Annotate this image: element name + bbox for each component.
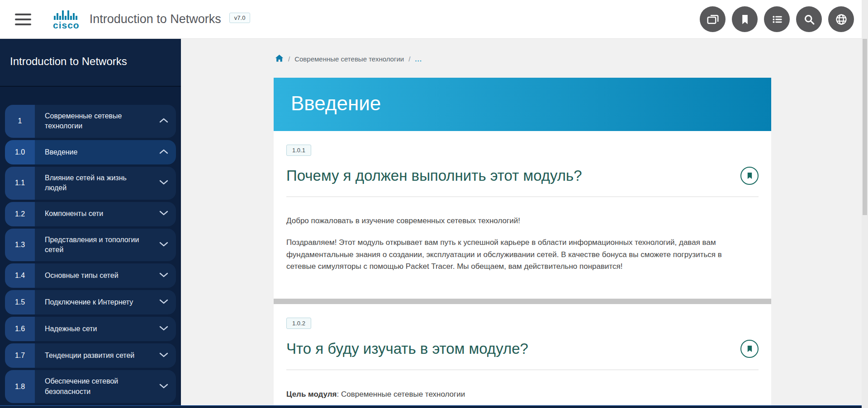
bookmark-topic-button[interactable] [740, 167, 759, 185]
sidebar-item-1-0[interactable]: 1.0 Введение [5, 140, 176, 164]
bookmark-icon[interactable] [732, 6, 758, 32]
header-actions [700, 6, 854, 32]
list-icon[interactable] [764, 6, 790, 32]
chevron-down-icon [159, 297, 169, 307]
module-goal-text: : Современные сетевые технологии [337, 390, 465, 399]
sidebar-item-1-1[interactable]: 1.1 Влияние сетей на жизнь людей [5, 167, 176, 200]
item-label: Современные сетевые технологии [45, 111, 147, 131]
heading-divider [286, 370, 759, 370]
chevron-up-icon [159, 116, 169, 126]
item-number: 1.7 [5, 343, 35, 368]
breadcrumb-module-link[interactable]: Современные сетевые технологии [294, 55, 404, 63]
paragraph: Добро пожаловать в изучение современных … [286, 215, 759, 227]
item-number: 1.4 [5, 263, 35, 288]
heading-divider [286, 197, 759, 197]
version-badge: v7.0 [229, 13, 251, 23]
topic-heading: Что я буду изучать в этом модуле? [286, 340, 528, 357]
sidebar-item-1-5[interactable]: 1.5 Подключение к Интернету [5, 290, 176, 314]
sidebar-item-1[interactable]: 1 Современные сетевые технологии [5, 105, 176, 138]
chevron-down-icon [159, 271, 169, 281]
main-content-area: / Современные сетевые технологии / ... В… [181, 39, 868, 405]
sidebar-course-title: Introduction to Networks [0, 39, 181, 87]
breadcrumb-separator: / [408, 55, 410, 63]
item-label: Подключение к Интернету [45, 297, 133, 307]
item-label: Основные типы сетей [45, 271, 119, 281]
content-card: Введение 1.0.1 Почему я должен выполнить… [274, 78, 771, 405]
item-number: 1.0 [5, 140, 35, 164]
chevron-down-icon [159, 382, 169, 392]
home-icon[interactable] [275, 54, 284, 64]
course-title: Introduction to Networks [90, 12, 221, 26]
scrollbar-thumb[interactable] [863, 39, 867, 215]
item-label: Надежные сети [45, 324, 97, 334]
windows-icon[interactable] [700, 6, 726, 32]
breadcrumb-ellipsis[interactable]: ... [415, 55, 422, 63]
page-scrollbar[interactable] [862, 0, 868, 408]
app-header: cisco Introduction to Networks v7.0 [0, 0, 868, 39]
chevron-down-icon [159, 240, 169, 250]
item-number: 1.3 [5, 229, 35, 262]
item-label: Обеспечение сетевой безопасности [45, 376, 147, 397]
item-label: Влияние сетей на жизнь людей [45, 173, 147, 193]
item-label: Представления и топологии сетей [45, 235, 147, 255]
paragraph: Поздравляем! Этот модуль открывает вам п… [286, 237, 743, 272]
item-number: 1.5 [5, 290, 35, 314]
section-divider-bar [274, 299, 771, 304]
sidebar-item-1-6[interactable]: 1.6 Надежные сети [5, 317, 176, 341]
chevron-down-icon [159, 209, 169, 219]
item-label: Компоненты сети [45, 209, 103, 219]
module-nav: 1 Современные сетевые технологии 1.0 Вве… [0, 105, 181, 403]
module-goal: Цель модуля: Современные сетевые техноло… [286, 390, 759, 399]
sidebar-item-1-4[interactable]: 1.4 Основные типы сетей [5, 263, 176, 288]
item-label: Тенденции развития сетей [45, 351, 134, 361]
bottom-bar [0, 405, 868, 408]
breadcrumb-separator: / [288, 55, 290, 63]
chevron-down-icon [159, 178, 169, 188]
topic-heading: Почему я должен выполнить этот модуль? [286, 167, 582, 184]
item-number: 1.8 [5, 370, 35, 403]
chevron-down-icon [159, 351, 169, 361]
sidebar-item-1-8[interactable]: 1.8 Обеспечение сетевой безопасности [5, 370, 176, 403]
cisco-logo-text: cisco [53, 20, 80, 30]
hamburger-menu-icon[interactable] [15, 10, 31, 28]
module-goal-label: Цель модуля [286, 390, 337, 399]
sidebar-item-1-2[interactable]: 1.2 Компоненты сети [5, 202, 176, 226]
item-number: 1 [5, 105, 35, 138]
banner-title: Введение [291, 92, 381, 114]
topic-section-1-0-2: 1.0.2 Что я буду изучать в этом модуле? … [274, 304, 771, 399]
globe-icon[interactable] [828, 6, 854, 32]
item-number: 1.6 [5, 317, 35, 341]
cisco-logo-bars-icon [53, 9, 79, 20]
topic-section-1-0-1: 1.0.1 Почему я должен выполнить этот мод… [274, 131, 771, 272]
topic-number-badge: 1.0.1 [286, 145, 311, 156]
course-sidebar: Introduction to Networks 1 Современные с… [0, 39, 181, 405]
breadcrumb: / Современные сетевые технологии / ... [275, 54, 422, 64]
search-icon[interactable] [796, 6, 822, 32]
chevron-up-icon [159, 147, 169, 157]
item-label: Введение [45, 147, 77, 157]
sidebar-item-1-7[interactable]: 1.7 Тенденции развития сетей [5, 343, 176, 368]
item-number: 1.1 [5, 167, 35, 200]
cisco-logo[interactable]: cisco [53, 9, 80, 30]
sidebar-item-1-3[interactable]: 1.3 Представления и топологии сетей [5, 229, 176, 262]
chevron-down-icon [159, 324, 169, 334]
topic-number-badge: 1.0.2 [286, 318, 311, 329]
item-number: 1.2 [5, 202, 35, 226]
bookmark-topic-button[interactable] [740, 340, 759, 358]
section-banner: Введение [274, 78, 771, 131]
